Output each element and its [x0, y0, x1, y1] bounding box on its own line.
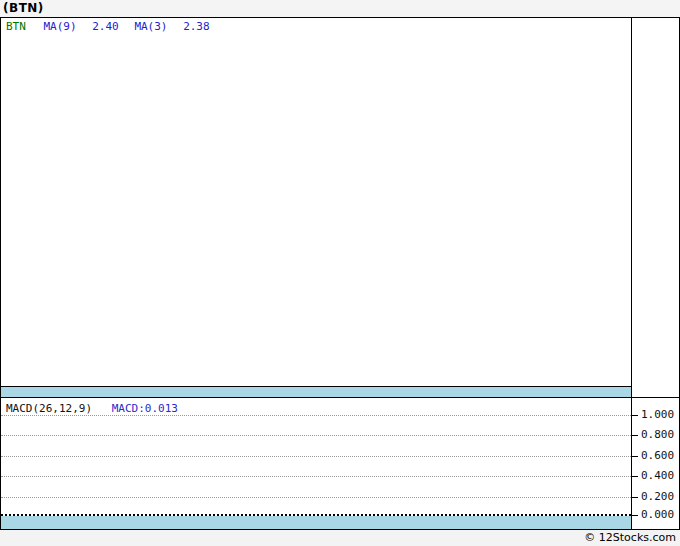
macd-gridline-1.000	[1, 415, 631, 416]
macd-gridline-0.800	[1, 435, 631, 436]
date-axis-band-lower	[1, 516, 631, 529]
axis-tick-label: 1.000	[641, 408, 674, 422]
axis-tick	[632, 515, 638, 516]
axis-tick	[632, 435, 638, 436]
axis-tick	[632, 476, 638, 477]
legend-ma3-label: MA(3)	[134, 20, 167, 33]
legend-ma9-label: MA(9)	[44, 20, 77, 33]
legend-ma9-value: 2.40	[92, 20, 119, 33]
legend-symbol: BTN	[6, 20, 26, 33]
panel-divider-line	[631, 397, 679, 398]
title-bar: (BTN)	[0, 0, 680, 17]
axis-tick-label: 0.600	[641, 449, 674, 463]
macd-gridline-0.400	[1, 476, 631, 477]
legend-ma3-value: 2.38	[183, 20, 210, 33]
axis-tick	[632, 415, 638, 416]
date-axis-band-upper	[1, 386, 631, 398]
stock-chart-widget: (BTN) BTN MA(9) 2.40 MA(3) 2.38 MACD(26,…	[0, 0, 680, 546]
axis-divider	[631, 18, 632, 529]
price-panel: BTN MA(9) 2.40 MA(3) 2.38	[1, 18, 631, 386]
macd-legend-label: MACD(26,12,9)	[6, 402, 92, 415]
axis-tick-label: 0.800	[641, 428, 674, 442]
chart-frame: BTN MA(9) 2.40 MA(3) 2.38 MACD(26,12,9) …	[0, 17, 680, 530]
axis-tick	[632, 497, 638, 498]
axis-tick-label: 0.000	[641, 508, 674, 522]
site-credit: © 12Stocks.com	[584, 531, 676, 544]
macd-legend-value: MACD:0.013	[112, 402, 178, 415]
ticker-title: (BTN)	[3, 1, 44, 15]
macd-gridline-0.200	[1, 497, 631, 498]
macd-legend: MACD(26,12,9) MACD:0.013	[6, 402, 178, 415]
axis-tick-label: 0.200	[641, 490, 674, 504]
axis-tick	[632, 456, 638, 457]
price-legend: BTN MA(9) 2.40 MA(3) 2.38	[6, 20, 210, 33]
macd-gridline-0.600	[1, 456, 631, 457]
footer: © 12Stocks.com	[0, 530, 680, 546]
axis-tick-label: 0.400	[641, 469, 674, 483]
